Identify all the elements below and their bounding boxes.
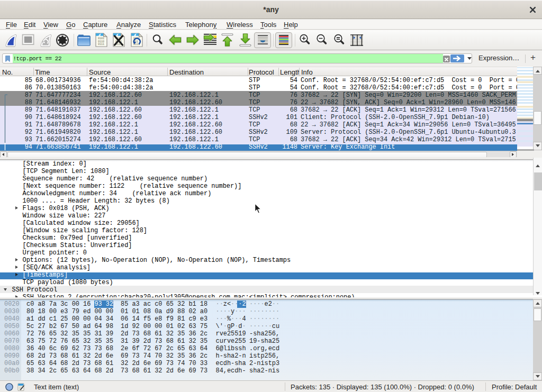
svg-text:0111: 0111 [98,43,104,46]
